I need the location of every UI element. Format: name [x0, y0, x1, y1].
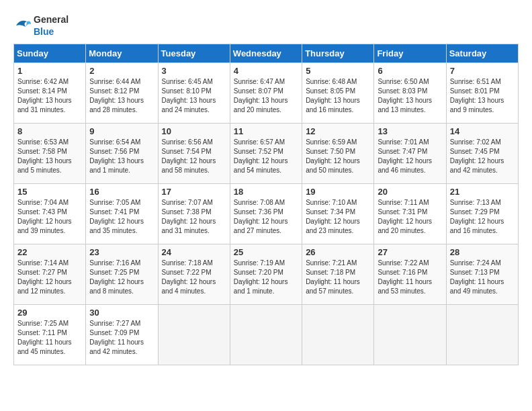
cell-info: Sunrise: 6:50 AMSunset: 8:03 PMDaylight:…: [378, 78, 432, 113]
col-header-sunday: Sunday: [14, 44, 86, 63]
calendar-cell: 7Sunrise: 6:51 AMSunset: 8:01 PMDaylight…: [446, 63, 518, 124]
calendar-cell: [374, 305, 446, 365]
cell-info: Sunrise: 7:02 AMSunset: 7:45 PMDaylight:…: [450, 138, 504, 174]
calendar-cell: 14Sunrise: 7:02 AMSunset: 7:45 PMDayligh…: [446, 124, 518, 184]
logo-text-blue: Blue: [34, 26, 54, 37]
col-header-friday: Friday: [374, 44, 446, 63]
calendar-cell: 10Sunrise: 6:56 AMSunset: 7:54 PMDayligh…: [158, 124, 230, 184]
calendar-cell: 27Sunrise: 7:22 AMSunset: 7:16 PMDayligh…: [374, 244, 446, 305]
col-header-tuesday: Tuesday: [158, 44, 230, 63]
day-number: 14: [450, 126, 515, 136]
calendar-cell: 29Sunrise: 7:25 AMSunset: 7:11 PMDayligh…: [14, 305, 86, 365]
calendar-cell: 21Sunrise: 7:13 AMSunset: 7:29 PMDayligh…: [446, 184, 518, 244]
calendar-cell: 1Sunrise: 6:42 AMSunset: 8:14 PMDaylight…: [14, 63, 86, 124]
col-header-thursday: Thursday: [302, 44, 374, 63]
day-number: 4: [234, 66, 298, 76]
cell-info: Sunrise: 7:05 AMSunset: 7:41 PMDaylight:…: [89, 199, 144, 234]
day-number: 13: [378, 126, 442, 136]
calendar-week-5: 29Sunrise: 7:25 AMSunset: 7:11 PMDayligh…: [14, 305, 519, 365]
calendar-cell: [446, 305, 518, 365]
cell-info: Sunrise: 7:21 AMSunset: 7:18 PMDaylight:…: [306, 259, 360, 295]
cell-info: Sunrise: 6:42 AMSunset: 8:14 PMDaylight:…: [17, 78, 72, 113]
calendar-cell: 6Sunrise: 6:50 AMSunset: 8:03 PMDaylight…: [374, 63, 446, 124]
calendar-cell: 17Sunrise: 7:07 AMSunset: 7:38 PMDayligh…: [158, 184, 230, 244]
cell-info: Sunrise: 6:45 AMSunset: 8:10 PMDaylight:…: [162, 78, 216, 113]
day-number: 22: [17, 247, 82, 257]
calendar-cell: 18Sunrise: 7:08 AMSunset: 7:36 PMDayligh…: [230, 184, 302, 244]
cell-info: Sunrise: 7:11 AMSunset: 7:31 PMDaylight:…: [378, 199, 432, 234]
cell-info: Sunrise: 7:25 AMSunset: 7:11 PMDaylight:…: [17, 320, 72, 355]
cell-info: Sunrise: 7:19 AMSunset: 7:20 PMDaylight:…: [234, 259, 288, 295]
cell-info: Sunrise: 6:48 AMSunset: 8:05 PMDaylight:…: [306, 78, 360, 113]
col-header-wednesday: Wednesday: [230, 44, 302, 63]
cell-info: Sunrise: 7:13 AMSunset: 7:29 PMDaylight:…: [450, 199, 504, 234]
calendar-week-1: 1Sunrise: 6:42 AMSunset: 8:14 PMDaylight…: [14, 63, 519, 124]
calendar-cell: 15Sunrise: 7:04 AMSunset: 7:43 PMDayligh…: [14, 184, 86, 244]
calendar-cell: 30Sunrise: 7:27 AMSunset: 7:09 PMDayligh…: [86, 305, 158, 365]
logo: General Blue: [13, 13, 69, 37]
calendar-cell: [302, 305, 374, 365]
col-header-saturday: Saturday: [446, 44, 518, 63]
cell-info: Sunrise: 7:04 AMSunset: 7:43 PMDaylight:…: [17, 199, 72, 234]
cell-info: Sunrise: 7:27 AMSunset: 7:09 PMDaylight:…: [89, 320, 144, 355]
day-number: 19: [306, 187, 370, 197]
calendar-cell: 3Sunrise: 6:45 AMSunset: 8:10 PMDaylight…: [158, 63, 230, 124]
col-header-monday: Monday: [86, 44, 158, 63]
calendar-week-4: 22Sunrise: 7:14 AMSunset: 7:27 PMDayligh…: [14, 244, 519, 305]
cell-info: Sunrise: 7:01 AMSunset: 7:47 PMDaylight:…: [378, 138, 432, 174]
calendar-table: SundayMondayTuesdayWednesdayThursdayFrid…: [13, 44, 519, 365]
calendar-cell: 19Sunrise: 7:10 AMSunset: 7:34 PMDayligh…: [302, 184, 374, 244]
day-number: 11: [234, 126, 298, 136]
cell-info: Sunrise: 7:18 AMSunset: 7:22 PMDaylight:…: [162, 259, 216, 295]
calendar-cell: 9Sunrise: 6:54 AMSunset: 7:56 PMDaylight…: [86, 124, 158, 184]
cell-info: Sunrise: 6:56 AMSunset: 7:54 PMDaylight:…: [162, 138, 216, 174]
day-number: 29: [17, 308, 82, 318]
cell-info: Sunrise: 6:44 AMSunset: 8:12 PMDaylight:…: [89, 78, 144, 113]
calendar-cell: 24Sunrise: 7:18 AMSunset: 7:22 PMDayligh…: [158, 244, 230, 305]
calendar-body: 1Sunrise: 6:42 AMSunset: 8:14 PMDaylight…: [14, 63, 519, 365]
calendar-cell: 8Sunrise: 6:53 AMSunset: 7:58 PMDaylight…: [14, 124, 86, 184]
cell-info: Sunrise: 7:07 AMSunset: 7:38 PMDaylight:…: [162, 199, 216, 234]
day-number: 25: [234, 247, 298, 257]
day-number: 24: [162, 247, 226, 257]
day-number: 27: [378, 247, 442, 257]
calendar-cell: 25Sunrise: 7:19 AMSunset: 7:20 PMDayligh…: [230, 244, 302, 305]
day-number: 16: [89, 187, 154, 197]
cell-info: Sunrise: 7:22 AMSunset: 7:16 PMDaylight:…: [378, 259, 432, 295]
calendar-week-2: 8Sunrise: 6:53 AMSunset: 7:58 PMDaylight…: [14, 124, 519, 184]
calendar-header-row: SundayMondayTuesdayWednesdayThursdayFrid…: [14, 44, 519, 63]
cell-info: Sunrise: 6:47 AMSunset: 8:07 PMDaylight:…: [234, 78, 288, 113]
day-number: 28: [450, 247, 515, 257]
calendar-cell: 28Sunrise: 7:24 AMSunset: 7:13 PMDayligh…: [446, 244, 518, 305]
logo-container: General Blue: [13, 13, 69, 37]
day-number: 7: [450, 66, 515, 76]
day-number: 10: [162, 126, 226, 136]
logo-bird-icon: [13, 16, 32, 35]
calendar-cell: 23Sunrise: 7:16 AMSunset: 7:25 PMDayligh…: [86, 244, 158, 305]
calendar-cell: 2Sunrise: 6:44 AMSunset: 8:12 PMDaylight…: [86, 63, 158, 124]
calendar-cell: 12Sunrise: 6:59 AMSunset: 7:50 PMDayligh…: [302, 124, 374, 184]
cell-info: Sunrise: 6:57 AMSunset: 7:52 PMDaylight:…: [234, 138, 288, 174]
day-number: 21: [450, 187, 515, 197]
calendar-cell: 13Sunrise: 7:01 AMSunset: 7:47 PMDayligh…: [374, 124, 446, 184]
day-number: 3: [162, 66, 226, 76]
day-number: 8: [17, 126, 82, 136]
cell-info: Sunrise: 7:24 AMSunset: 7:13 PMDaylight:…: [450, 259, 504, 295]
calendar-cell: 11Sunrise: 6:57 AMSunset: 7:52 PMDayligh…: [230, 124, 302, 184]
day-number: 5: [306, 66, 370, 76]
day-number: 18: [234, 187, 298, 197]
calendar-cell: 26Sunrise: 7:21 AMSunset: 7:18 PMDayligh…: [302, 244, 374, 305]
logo-text-general: General: [34, 14, 69, 25]
day-number: 9: [89, 126, 154, 136]
page-header: General Blue: [13, 13, 519, 37]
calendar-cell: 5Sunrise: 6:48 AMSunset: 8:05 PMDaylight…: [302, 63, 374, 124]
calendar-cell: [158, 305, 230, 365]
day-number: 26: [306, 247, 370, 257]
day-number: 30: [89, 308, 154, 318]
cell-info: Sunrise: 7:08 AMSunset: 7:36 PMDaylight:…: [234, 199, 288, 234]
calendar-cell: [230, 305, 302, 365]
calendar-cell: 20Sunrise: 7:11 AMSunset: 7:31 PMDayligh…: [374, 184, 446, 244]
day-number: 1: [17, 66, 82, 76]
cell-info: Sunrise: 7:10 AMSunset: 7:34 PMDaylight:…: [306, 199, 360, 234]
cell-info: Sunrise: 7:14 AMSunset: 7:27 PMDaylight:…: [17, 259, 72, 295]
